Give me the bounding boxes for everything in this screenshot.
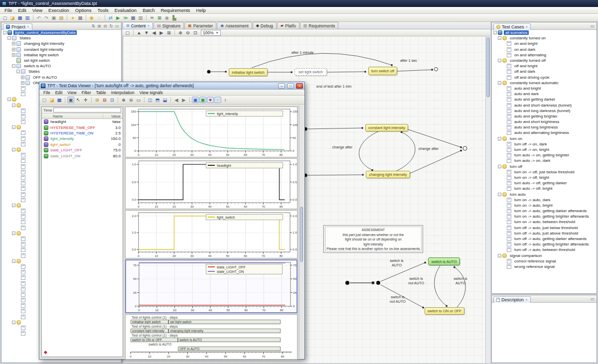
minimize-icon[interactable]: ▭ bbox=[590, 24, 595, 28]
run-all-icon[interactable]: ≫ bbox=[122, 14, 129, 21]
gantt-segment[interactable]: initialise light switch bbox=[131, 320, 168, 324]
tree-item-off-in-auto[interactable]: +OFF in AUTO bbox=[1, 75, 121, 80]
tree-item-constantly-turned-automatic[interactable]: -constantly turned automatic bbox=[492, 80, 597, 86]
tree-item-turn-off-auto-getting-darker-afterwards[interactable]: turn off -> auto, getting darker afterwa… bbox=[492, 236, 597, 242]
copy-icon[interactable]: ▣ bbox=[50, 14, 57, 21]
tab-test-cases[interactable]: Test Cases × bbox=[493, 23, 531, 30]
tree-item-turn-on[interactable]: -turn on bbox=[492, 136, 597, 141]
open-icon[interactable]: ◪ bbox=[9, 14, 16, 21]
tab-debug[interactable]: ◆Debug bbox=[253, 22, 277, 29]
tree-item-turn-auto-off-bright[interactable]: turn auto -> off, bright bbox=[492, 186, 597, 191]
gear-icon[interactable]: ◉ bbox=[163, 14, 170, 21]
state-node-switch-is-auto[interactable]: switch is AUTO bbox=[428, 257, 460, 265]
tab-signature[interactable]: ▤Signature bbox=[153, 22, 184, 29]
signal-plot-light_switch[interactable]: 010203040506070800.00.01.01.02.02.0light… bbox=[125, 210, 298, 258]
tree-expander[interactable]: - bbox=[498, 254, 501, 257]
zoom-fit-icon[interactable]: ⊡ bbox=[192, 29, 199, 36]
close-icon[interactable]: × bbox=[526, 24, 528, 29]
signal-row-state_light_off[interactable]: state_LIGHT_OFF75.0 bbox=[42, 147, 123, 153]
tree-expander[interactable]: - bbox=[12, 148, 15, 151]
gantt-segment[interactable]: constant light intensity bbox=[131, 329, 168, 333]
plots-scrollbar[interactable] bbox=[299, 106, 303, 358]
new-file-icon[interactable]: ▢ bbox=[41, 97, 48, 103]
collapse-all-icon[interactable]: ⊟ bbox=[103, 24, 108, 28]
tree-item-wrong-reference-signal[interactable]: wrong reference signal bbox=[492, 264, 597, 269]
tree-item-off-and-bright[interactable]: off and bright bbox=[492, 63, 597, 69]
move-down-icon[interactable]: ▼ bbox=[143, 29, 150, 36]
tree-item-turn-on-auto-getting-brighter-afterwards[interactable]: turn on -> auto, getting brighter afterw… bbox=[492, 214, 597, 219]
tree-expander[interactable]: - bbox=[498, 59, 501, 62]
state-node-set-light-switch[interactable]: set light switch bbox=[295, 68, 327, 76]
tree-item-auto-and-short-brightness[interactable]: auto and short brightness bbox=[492, 119, 597, 124]
canvas-vertical-scrollbar[interactable] bbox=[485, 36, 490, 363]
signal-plot-light_intensity[interactable]: 01020304050607080005050100100150150light… bbox=[125, 107, 298, 157]
redo-icon[interactable]: ↷ bbox=[43, 14, 50, 21]
column-value[interactable]: Value bbox=[103, 114, 123, 119]
state-node-initialise-light-switch[interactable]: initialise light switch bbox=[229, 68, 268, 76]
menu-view-signals[interactable]: View signals bbox=[137, 90, 165, 95]
tree-item-turn-off-auto-just-below-threshold[interactable]: turn off -> auto, just below threshold bbox=[492, 225, 597, 231]
tree-expander[interactable]: - bbox=[7, 36, 11, 40]
tree-expander[interactable]: - bbox=[3, 31, 6, 34]
menu-batch[interactable]: Batch bbox=[140, 7, 157, 13]
search-icon[interactable]: ◌ bbox=[96, 14, 103, 21]
tab-project[interactable]: Project × bbox=[3, 23, 32, 30]
tree-item-on-and-alternating[interactable]: on and alternating bbox=[492, 52, 597, 58]
tree-item-auto-and-alternating-brightness[interactable]: auto and alternating brightness bbox=[492, 130, 597, 135]
save-all-icon[interactable]: ▥ bbox=[24, 14, 31, 21]
menu-execution[interactable]: Execution bbox=[45, 7, 72, 13]
tree-item-correct-reference-signal[interactable]: correct reference signal bbox=[492, 258, 597, 264]
tab-description[interactable]: Description × bbox=[493, 296, 531, 303]
pan-icon[interactable]: ✛ bbox=[82, 97, 89, 103]
prev-icon[interactable]: ◀ bbox=[173, 97, 180, 103]
menu-file[interactable]: File bbox=[41, 90, 53, 95]
compare-icon[interactable]: ≍ bbox=[149, 14, 155, 21]
open-icon[interactable]: ◪ bbox=[48, 97, 55, 103]
close-icon[interactable]: × bbox=[147, 23, 150, 28]
refresh-icon[interactable]: ↻ bbox=[109, 24, 114, 28]
toggle-blue-icon[interactable]: ▣ bbox=[192, 97, 199, 103]
save-icon[interactable]: ▦ bbox=[16, 14, 23, 21]
tree-item-constant-light-intensity[interactable]: +constant light intensity bbox=[1, 47, 121, 52]
signal-row-hysterese_time_off[interactable]: HYSTERESE_TIME_OFF3.0 bbox=[42, 124, 123, 130]
gantt-segment[interactable]: switch to ON or OFF bbox=[131, 338, 178, 342]
toggle-circle-icon[interactable]: ◌ bbox=[214, 97, 221, 103]
tab-requirements[interactable]: ▥Requirements bbox=[300, 22, 338, 29]
signal-plot-state_light_off[interactable]: 0102030405060708000252550507575state_LIG… bbox=[125, 259, 298, 313]
tree-item-changing-light-intensity[interactable]: +changing light intensity bbox=[1, 41, 121, 46]
tree-item-off-and-driving-cycle[interactable]: off and driving cycle bbox=[492, 75, 597, 80]
tree-item-turn-auto[interactable]: -turn auto bbox=[492, 191, 597, 197]
tree-expander[interactable]: + bbox=[21, 76, 24, 79]
tree-item-off-and-dark[interactable]: off and dark bbox=[492, 69, 597, 74]
viewer-titlebar[interactable]: TPT - Test Data Viewer - ['turn auto/lig… bbox=[39, 82, 304, 90]
menu-options[interactable]: Options bbox=[72, 7, 95, 13]
zoom-fit-icon[interactable]: ▭ bbox=[135, 97, 142, 103]
tab-content[interactable]: ⊞Content× bbox=[123, 22, 153, 29]
maximize-button[interactable]: □ bbox=[287, 83, 294, 89]
close-icon[interactable]: × bbox=[525, 297, 528, 302]
table-add-icon[interactable]: ⊞ bbox=[94, 97, 101, 103]
tree-item-turn-on-auto-bright[interactable]: turn on -> auto, bright bbox=[492, 203, 597, 208]
state-node-switch-to-on-or-off[interactable]: switch to ON or OFF bbox=[425, 307, 464, 315]
close-icon[interactable]: × bbox=[27, 24, 29, 29]
tree-expander[interactable]: - bbox=[498, 165, 501, 168]
menu-edit[interactable]: Edit bbox=[15, 7, 29, 13]
tree-item-turn-off-auto-getting-brighter-afterwards[interactable]: turn off -> auto, getting brighter after… bbox=[492, 242, 597, 247]
tab-platfo[interactable]: ▰Platfo bbox=[277, 22, 299, 29]
minimize-icon[interactable]: ▭ bbox=[590, 297, 595, 301]
menu-tools[interactable]: Tools bbox=[95, 7, 112, 13]
menu-help[interactable]: Help bbox=[193, 7, 209, 13]
state-node-turn-switch-off[interactable]: turn switch off bbox=[368, 67, 397, 75]
tree-expander[interactable]: - bbox=[498, 81, 501, 85]
split-horizontal-icon[interactable]: ◫ bbox=[147, 97, 153, 103]
chart-icon[interactable]: ▙ bbox=[171, 14, 178, 21]
cursor-icon[interactable]: ↖ bbox=[75, 97, 82, 103]
tree-item-auto-and-long-darkness-tunnel[interactable]: auto and long darkness (tunnel) bbox=[492, 108, 597, 114]
tree-item-turn-off-auto-just-above-threshold[interactable]: turn off -> auto, just above threshold bbox=[492, 231, 597, 236]
sort-icon[interactable]: ⇅ bbox=[91, 24, 96, 28]
gantt-segment[interactable]: set light switch bbox=[168, 320, 281, 324]
tree-expander[interactable]: + bbox=[12, 53, 15, 57]
tree-item-turn-on-auto-getting-darker-afterwards[interactable]: turn on -> auto, getting darker afterwar… bbox=[492, 208, 597, 214]
tree-expander[interactable]: - bbox=[493, 31, 497, 34]
state-node-constant-light-intensity[interactable]: constant light intensity bbox=[365, 124, 408, 131]
